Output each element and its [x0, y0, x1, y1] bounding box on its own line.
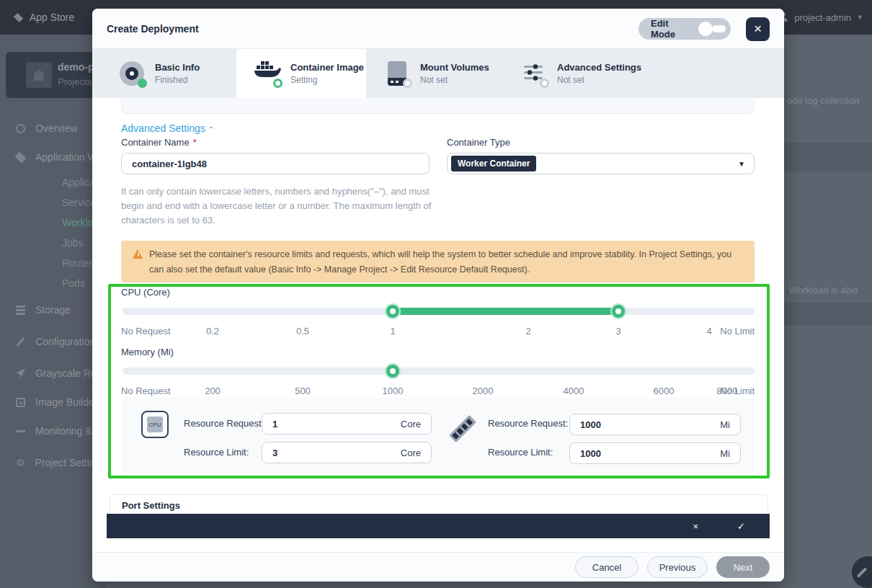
sidebar-item-application-workloads[interactable]: Application Work [0, 149, 107, 165]
chevron-down-icon: ▼ [857, 14, 863, 21]
chevron-up-icon: ⌃ [208, 125, 214, 133]
warning-icon [133, 249, 143, 259]
edit-mode-toggle[interactable]: Edit Mode [639, 18, 731, 40]
grayscale-release-icon [16, 369, 25, 378]
edit-toolbar: × ✓ [107, 514, 770, 538]
collapsed-section-remnant [121, 98, 755, 114]
memory-request-label: Resource Request: [488, 413, 568, 435]
image-builder-icon [16, 398, 25, 407]
toolbox-fab[interactable] [852, 556, 872, 588]
app-store-label: App Store [30, 12, 74, 23]
cpu-slider-range [393, 308, 618, 315]
toggle-switch-icon[interactable] [698, 22, 726, 36]
project-subtitle: Projects [58, 76, 92, 87]
container-name-input-wrap [121, 153, 430, 174]
confirm-edit-icon[interactable]: ✓ [737, 521, 745, 532]
memory-unit: Mi [720, 448, 730, 459]
chevron-down-icon: ▼ [738, 160, 745, 168]
edit-mode-label: Edit Mode [651, 18, 690, 40]
step-mount-volumes[interactable]: Mount Volumes Not set [366, 49, 503, 98]
sidebar: demo-proj Projects Overview Application … [0, 35, 107, 588]
create-deployment-modal: Create Deployment Edit Mode × Basic Info… [92, 9, 784, 582]
screen: App Store project-admin ▼ demo-proj Proj… [0, 0, 872, 588]
container-type-select[interactable]: Worker Container ▼ [447, 153, 755, 174]
project-icon [26, 62, 52, 88]
next-button[interactable]: Next [716, 556, 770, 578]
modal-body: Advanced Settings ⌃ Container Name* It c… [92, 98, 784, 552]
cpu-request-input-wrap: Core [262, 413, 432, 435]
sidebar-item-project-settings[interactable]: ⚙ Project Settings [0, 455, 107, 471]
advanced-settings-link[interactable]: Advanced Settings ⌃ [121, 122, 214, 134]
memory-slider-handle[interactable] [386, 365, 399, 378]
sidebar-item-monitoring-alerting[interactable]: Monitoring & Aler [0, 423, 107, 439]
step-pending-badge [540, 79, 549, 88]
configurations-icon [16, 337, 25, 347]
sidebar-item-grayscale-release[interactable]: Grayscale Releas [0, 365, 107, 381]
app-store-nav[interactable]: App Store [14, 0, 74, 35]
sidebar-item-pods[interactable]: Pods [0, 275, 107, 291]
previous-button[interactable]: Previous [647, 556, 708, 578]
cancel-button[interactable]: Cancel [575, 556, 639, 578]
gear-icon: ⚙ [16, 458, 25, 468]
cpu-slider-handle-request[interactable] [386, 305, 399, 318]
sidebar-item-routes[interactable]: Routes [0, 255, 107, 271]
sidebar-item-services[interactable]: Services [0, 195, 107, 210]
memory-request-input[interactable] [580, 419, 720, 430]
memory-unit: Mi [720, 419, 730, 430]
container-name-input[interactable] [132, 159, 419, 169]
user-menu[interactable]: project-admin ▼ [778, 0, 863, 35]
background-text: Workload is also [789, 285, 858, 295]
required-mark: * [193, 137, 197, 148]
sidebar-item-configurations[interactable]: Configurations [0, 334, 107, 349]
cpu-chip-icon: CPU [141, 411, 169, 438]
cpu-unit: Core [401, 419, 421, 429]
step-basic-info[interactable]: Basic Info Finished [92, 49, 236, 98]
background-text: ode log collection [787, 95, 859, 106]
cpu-request-input[interactable] [272, 419, 401, 429]
memory-limit-label: Resource Limit: [488, 442, 553, 463]
sidebar-item-storage[interactable]: Storage [0, 302, 107, 318]
cpu-limit-label: Resource Limit: [184, 442, 249, 463]
step-container-image[interactable]: Container Image Setting [236, 49, 366, 98]
cpu-request-label: Resource Request: [184, 413, 264, 435]
cpu-slider-track[interactable] [123, 308, 755, 315]
user-name: project-admin [794, 12, 851, 23]
cancel-edit-icon[interactable]: × [693, 521, 699, 532]
step-pending-badge [403, 79, 412, 88]
overview-icon [16, 124, 25, 133]
sidebar-item-applications[interactable]: Applications [0, 174, 107, 190]
step-advanced-settings[interactable]: Advanced Settings Not set [503, 49, 647, 98]
warning-text: Please set the container's resource limi… [149, 247, 743, 282]
sidebar-item-jobs[interactable]: Jobs [0, 235, 107, 251]
port-settings-title: Port Settings [110, 495, 768, 511]
memory-limit-input[interactable] [580, 448, 720, 459]
modal-title: Create Deployment [107, 9, 199, 49]
app-store-icon [14, 12, 23, 22]
memory-slider-track[interactable] [123, 368, 755, 375]
step-finished-badge [138, 79, 147, 88]
cpu-limit-input[interactable] [272, 447, 401, 458]
modal-header: Create Deployment Edit Mode × [92, 9, 784, 49]
close-button[interactable]: × [746, 17, 770, 41]
memory-limit-input-wrap: Mi [569, 442, 741, 464]
container-type-label: Container Type [447, 137, 510, 148]
memory-request-input-wrap: Mi [569, 414, 741, 435]
modal-footer: Cancel Previous Next [92, 552, 784, 582]
cpu-section-label: CPU (Core) [121, 287, 170, 298]
cpu-slider-handle-limit[interactable] [612, 305, 625, 318]
container-name-label: Container Name* [121, 137, 197, 148]
resource-warning-alert: Please set the container's resource limi… [121, 241, 755, 282]
wizard-steps: Basic Info Finished [92, 49, 784, 98]
application-workloads-icon [15, 151, 27, 163]
monitoring-icon [16, 427, 25, 436]
background-panel [784, 143, 872, 172]
cpu-unit: Core [401, 447, 421, 458]
sidebar-item-overview[interactable]: Overview [0, 120, 107, 136]
step-current-badge [273, 79, 282, 88]
background-panel [784, 303, 872, 326]
sidebar-item-workloads[interactable]: Workloads [0, 215, 107, 231]
sidebar-item-image-builder[interactable]: Image Builder [0, 394, 107, 410]
close-icon: × [754, 21, 762, 36]
container-name-help: It can only contain lowercase letters, n… [121, 184, 442, 228]
memory-section-label: Memory (Mi) [121, 347, 174, 357]
